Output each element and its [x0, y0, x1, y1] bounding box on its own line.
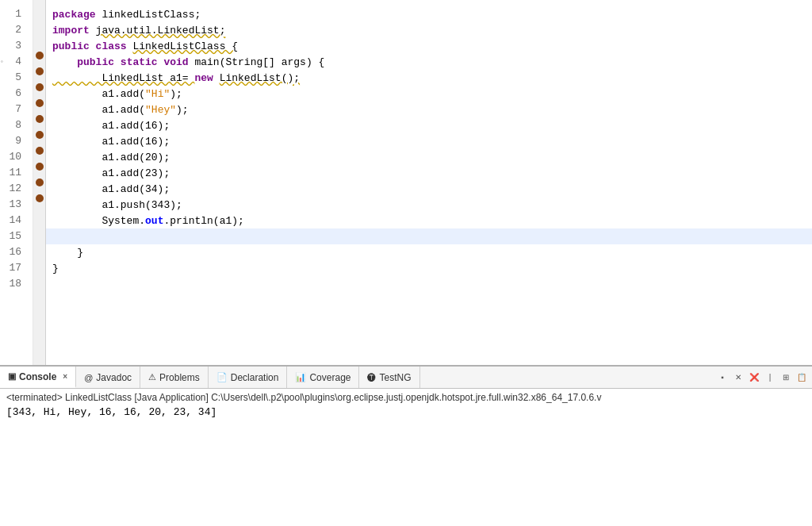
tab-label-console: Console	[19, 371, 56, 382]
console-content: <terminated> LinkedListClass [Java Appli…	[0, 389, 812, 526]
tab-icon-problems: ⚠	[148, 372, 156, 382]
tab-javadoc[interactable]: @Javadoc	[76, 367, 140, 388]
gutter-cell-1[interactable]	[33, 0, 45, 16]
line-number-11: 11	[0, 165, 26, 181]
line-number-15: 15	[0, 228, 26, 244]
tab-label-problems: Problems	[159, 372, 200, 383]
gutter-cell-12[interactable]	[33, 175, 45, 190]
gutter-cell-8[interactable]	[33, 111, 45, 127]
code-line-16: }	[46, 244, 812, 260]
separator[interactable]: |	[763, 371, 777, 385]
code-container: 123◦456789101112131415161718 package lin…	[0, 0, 812, 365]
line-number-13: 13	[0, 197, 26, 213]
gutter-cell-2[interactable]	[33, 16, 45, 32]
gutter-cell-5[interactable]	[33, 63, 45, 79]
line-number-4: ◦4	[0, 54, 26, 70]
breakpoint-dot-12	[36, 179, 44, 186]
tab-label-javadoc: Javadoc	[96, 372, 132, 383]
tabs-bar: ▣Console×@Javadoc⚠Problems📄Declaration📊C…	[0, 367, 812, 389]
code-line-12: a1.add(34);	[46, 181, 812, 197]
layout-button[interactable]: ⊞	[779, 371, 793, 385]
copy-button[interactable]: 📋	[795, 371, 809, 385]
code-line-18	[46, 276, 812, 292]
gutter-cell-9[interactable]	[33, 127, 45, 143]
gutter-cell-17[interactable]	[33, 254, 45, 270]
line-number-18: 18	[0, 276, 26, 292]
breakpoint-dot-11	[36, 163, 44, 171]
bottom-panel: ▣Console×@Javadoc⚠Problems📄Declaration📊C…	[0, 365, 812, 526]
gutter-cell-18[interactable]	[33, 270, 45, 286]
tab-console[interactable]: ▣Console×	[0, 367, 76, 388]
code-line-17: }	[46, 260, 812, 276]
code-line-15	[46, 228, 812, 244]
breakpoint-dot-4	[36, 52, 44, 60]
line-number-5: 5	[0, 70, 26, 86]
code-line-9: a1.add(16);	[46, 133, 812, 149]
tab-close-console[interactable]: ×	[63, 372, 67, 381]
console-output: [343, Hi, Hey, 16, 16, 20, 23, 34]	[6, 406, 806, 418]
gutter-cell-13[interactable]	[33, 190, 45, 206]
console-toolbar: ▪✕❌|⊞📋	[715, 367, 812, 388]
clear-button[interactable]: ✕	[731, 371, 745, 385]
line-number-17: 17	[0, 260, 26, 276]
code-line-11: a1.add(23);	[46, 165, 812, 181]
code-line-3: public class LinkedListClass {	[46, 38, 812, 54]
breakpoint-dot-10	[36, 147, 44, 155]
tab-declaration[interactable]: 📄Declaration	[209, 367, 288, 388]
gutter-cell-15[interactable]	[33, 222, 45, 238]
line-number-10: 10	[0, 149, 26, 165]
code-line-8: a1.add(16);	[46, 117, 812, 133]
code-line-10: a1.add(20);	[46, 149, 812, 165]
line-numbers: 123◦456789101112131415161718	[0, 0, 33, 365]
breakpoint-dot-7	[36, 99, 44, 107]
tab-coverage[interactable]: 📊Coverage	[287, 367, 359, 388]
tab-icon-testng: 🅣	[367, 373, 376, 382]
breakpoint-dot-9	[36, 131, 44, 139]
editor-area: 123◦456789101112131415161718 package lin…	[0, 0, 812, 365]
tab-testng[interactable]: 🅣TestNG	[359, 367, 419, 388]
code-lines[interactable]: package linkedListClass;import java.util…	[46, 0, 812, 365]
gutter-cell-3[interactable]	[33, 32, 45, 48]
gutter-cell-11[interactable]	[33, 159, 45, 175]
tab-label-coverage: Coverage	[309, 372, 350, 383]
line-number-12: 12	[0, 181, 26, 197]
breakpoint-dot-13	[36, 194, 44, 202]
tab-problems[interactable]: ⚠Problems	[140, 367, 209, 388]
tab-icon-javadoc: @	[84, 373, 93, 382]
gutter-cell-10[interactable]	[33, 143, 45, 159]
gutter-cell-16[interactable]	[33, 238, 45, 254]
breakpoint-dot-5	[36, 67, 44, 75]
line-number-6: 6	[0, 86, 26, 102]
terminate-button[interactable]: ❌	[747, 371, 761, 385]
line-number-7: 7	[0, 102, 26, 117]
terminated-text: <terminated> LinkedListClass [Java Appli…	[6, 392, 806, 403]
line-number-1: 1	[0, 6, 26, 22]
line-number-3: 3	[0, 38, 26, 54]
line-number-9: 9	[0, 133, 26, 149]
tab-icon-declaration: 📄	[216, 372, 228, 382]
code-line-4: public static void main(String[] args) {	[46, 54, 812, 70]
breakpoint-dot-6	[36, 83, 44, 91]
line-number-8: 8	[0, 117, 26, 133]
line-number-14: 14	[0, 213, 26, 228]
breakpoint-dot-8	[36, 115, 44, 123]
code-line-7: a1.add("Hey");	[46, 102, 812, 117]
code-line-13: a1.push(343);	[46, 197, 812, 213]
code-line-14: System.out.println(a1);	[46, 213, 812, 228]
tab-icon-console: ▣	[8, 371, 16, 382]
code-line-5: LinkedList a1= new LinkedList();	[46, 70, 812, 86]
tab-icon-coverage: 📊	[295, 372, 306, 382]
code-line-1: package linkedListClass;	[46, 6, 812, 22]
gutter-cell-4[interactable]	[33, 48, 45, 63]
gutter	[33, 0, 46, 365]
line-number-16: 16	[0, 244, 26, 260]
tab-label-testng: TestNG	[379, 372, 411, 383]
gutter-cell-6[interactable]	[33, 79, 45, 95]
code-line-2: import java.util.LinkedList;	[46, 22, 812, 38]
code-line-6: a1.add("Hi");	[46, 86, 812, 102]
gutter-cell-7[interactable]	[33, 95, 45, 111]
line-number-2: 2	[0, 22, 26, 38]
gutter-cell-14[interactable]	[33, 206, 45, 222]
stop-button[interactable]: ▪	[715, 371, 730, 385]
tab-label-declaration: Declaration	[231, 372, 279, 383]
